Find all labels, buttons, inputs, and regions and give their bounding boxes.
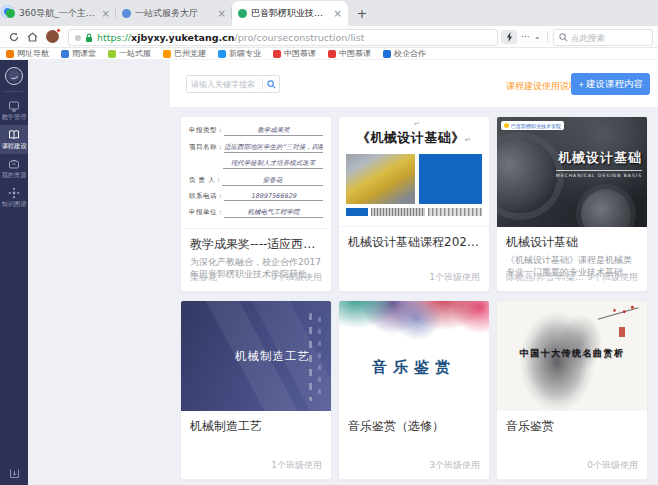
form-label: 联系电话： — [189, 192, 224, 201]
bookmarks-bar: 网址导航 雨课堂 一站式服 巴州党建 新疆专业 中国慕课 中国慕课 校企合作 — [0, 48, 658, 60]
toolbar-separator — [547, 31, 548, 43]
create-course-label: 建设课程内容 — [586, 78, 643, 91]
cover-title: 《机械设计基础》↵ — [339, 129, 489, 147]
bookmark-favicon — [328, 50, 336, 58]
bookmark-item[interactable]: 网址导航 — [6, 48, 49, 59]
bookmark-label: 网址导航 — [17, 48, 49, 59]
search-icon[interactable] — [263, 80, 279, 89]
quick-search-input[interactable] — [571, 33, 641, 43]
form-value: 教学成果奖 — [224, 126, 323, 136]
app-area: 教学管理 课程建设 我的资源 知识图谱 — [0, 60, 658, 485]
course-card-design-doc[interactable]: ↵ 《机械设计基础》↵ 机械设计基础课程2023教学能力大赛 1个班级使用 — [338, 116, 490, 292]
pilcrow-mark: ↵ — [465, 136, 471, 144]
course-cover-ink: 中国十大传统名曲赏析 — [497, 301, 647, 411]
course-cover-gears: 巴音郭楞职业技术学院 机械设计基础 MECHANICAL DESIGN BASI… — [497, 117, 647, 227]
course-usage: 1个班级使用 — [271, 459, 322, 472]
logo-dot-icon — [504, 123, 509, 128]
new-tab-button[interactable]: + — [352, 4, 372, 24]
course-search-input[interactable] — [187, 80, 262, 89]
course-card-design-basis[interactable]: 巴音郭楞职业技术学院 机械设计基础 MECHANICAL DESIGN BASI… — [496, 116, 648, 292]
red-seal-mark — [619, 327, 625, 337]
course-usage: 0个班级使用 — [271, 271, 322, 284]
course-usage: 0个班级使用 — [587, 459, 638, 472]
more-icon[interactable]: ··· — [521, 29, 530, 45]
cover-title-block: 机械设计基础 MECHANICAL DESIGN BASIS — [556, 149, 642, 178]
course-title: 机械设计基础课程2023教学能力大赛 — [348, 234, 480, 251]
bookmark-item[interactable]: 中国慕课 — [328, 48, 371, 59]
tab-service-hall[interactable]: 一站式服务大厅 × — [116, 1, 232, 26]
course-title: 机械设计基础 — [506, 234, 638, 251]
home-icon[interactable] — [24, 29, 40, 45]
tab-title: 巴音郭楞职业技术学院 — [251, 7, 330, 20]
cover-title: 中国十大传统名曲赏析 — [497, 347, 647, 360]
tab-title: 一站式服务大厅 — [135, 7, 214, 20]
bookmark-item[interactable]: 中国慕课 — [273, 48, 316, 59]
sidebar-item-knowledge-graph[interactable]: 知识图谱 — [0, 183, 28, 212]
sidebar-item-label: 我的资源 — [2, 171, 27, 180]
sidebar-item-resources[interactable]: 我的资源 — [0, 154, 28, 183]
form-value: 机械电气工程学院 — [224, 208, 323, 218]
browser-window: 360导航_一个主页，整个世界 × 一站式服务大厅 × 巴音郭楞职业技术学院 ×… — [0, 0, 658, 485]
sidebar-item-label: 知识图谱 — [2, 200, 27, 209]
sidebar-collapse-button[interactable] — [0, 468, 28, 479]
tab-college-active[interactable]: 巴音郭楞职业技术学院 × — [232, 1, 348, 26]
tab-favicon — [122, 9, 131, 18]
refresh-icon[interactable] — [6, 29, 22, 45]
extension-bolt-icon[interactable] — [501, 30, 517, 44]
cover-subtitle: MECHANICAL DESIGN BASIS — [556, 170, 642, 178]
site-info-icon[interactable] — [75, 35, 81, 41]
help-link[interactable]: 课程建设使用说明 — [506, 80, 578, 93]
form-value: 18997566929 — [224, 192, 323, 201]
tab-close-icon[interactable]: × — [218, 8, 226, 19]
notification-dot — [56, 28, 61, 33]
thumbnail-strip — [428, 208, 482, 216]
quick-search-box[interactable] — [553, 29, 653, 46]
robot-photo — [346, 154, 415, 204]
course-card-manufacturing[interactable]: 机械制造工艺 机械制造工艺 1个班级使用 — [180, 300, 332, 480]
pilcrow-mark: ↵ — [414, 120, 420, 128]
sidebar-divider — [5, 91, 23, 92]
course-search-box[interactable] — [186, 75, 280, 93]
bookmark-favicon — [163, 50, 171, 58]
course-title: 教学成果奖----适应西部地区学生的 — [190, 236, 322, 253]
bookmark-favicon — [218, 50, 226, 58]
bookmark-item[interactable]: 巴州党建 — [163, 48, 206, 59]
blue-slide-block — [419, 154, 482, 204]
course-cover-watercolor: 音乐鉴赏 — [339, 301, 489, 411]
form-label: 申报单位： — [189, 208, 224, 218]
bookmark-item[interactable]: 校企合作 — [383, 48, 426, 59]
form-value: 适应西部地区学生的“三对接，四融合” — [224, 143, 323, 153]
bookmark-item[interactable]: 雨课堂 — [61, 48, 96, 59]
tab-360-nav[interactable]: 360导航_一个主页，整个世界 × — [0, 1, 116, 26]
tab-close-icon[interactable]: × — [102, 8, 110, 19]
course-card-music-elective[interactable]: 音乐鉴赏 音乐鉴赏（选修） 3个班级使用 — [338, 300, 490, 480]
course-card-award[interactable]: 申报类型：教学成果奖 项目名称：适应西部地区学生的“三对接，四融合” 现代学徒制… — [180, 116, 332, 292]
course-title: 音乐鉴赏（选修） — [348, 418, 480, 435]
course-cover-doc: ↵ 《机械设计基础》↵ — [339, 117, 489, 227]
course-card-music[interactable]: 中国十大传统名曲赏析 音乐鉴赏 0个班级使用 — [496, 300, 648, 480]
plum-branch-decoration — [598, 307, 639, 320]
bookmark-label: 雨课堂 — [72, 48, 96, 59]
tab-favicon — [238, 9, 247, 18]
bookmark-item[interactable]: 一站式服 — [108, 48, 151, 59]
create-course-button[interactable]: +建设课程内容 — [571, 73, 650, 95]
sidebar-item-label: 课程建设 — [2, 142, 27, 151]
sidebar-item-course-construction[interactable]: 课程建设 — [0, 125, 28, 154]
address-bar[interactable]: https://xjbyxy.yuketang.cn/pro/coursecon… — [68, 29, 498, 46]
bookmark-favicon — [108, 50, 116, 58]
tab-bar: 360导航_一个主页，整个世界 × 一站式服务大厅 × 巴音郭楞职业技术学院 ×… — [0, 0, 658, 26]
bookmark-item[interactable]: 新疆专业 — [218, 48, 261, 59]
user-avatar[interactable] — [46, 30, 59, 43]
bookmark-label: 中国慕课 — [284, 48, 316, 59]
chevron-down-icon[interactable]: ⌄ — [534, 29, 541, 45]
form-label: 项目名称： — [189, 143, 224, 153]
tab-close-icon[interactable]: × — [334, 8, 342, 19]
sidebar-item-teaching[interactable]: 教学管理 — [0, 96, 28, 125]
graph-icon — [8, 187, 20, 199]
cover-title: 机械制造工艺 — [235, 349, 310, 364]
bookmark-label: 中国慕课 — [339, 48, 371, 59]
logo-text: 巴音郭楞职业技术学院 — [511, 123, 561, 129]
school-logo[interactable] — [5, 67, 23, 85]
search-panel: 课程建设使用说明 +建设课程内容 — [170, 60, 658, 108]
bookmark-favicon — [383, 50, 391, 58]
